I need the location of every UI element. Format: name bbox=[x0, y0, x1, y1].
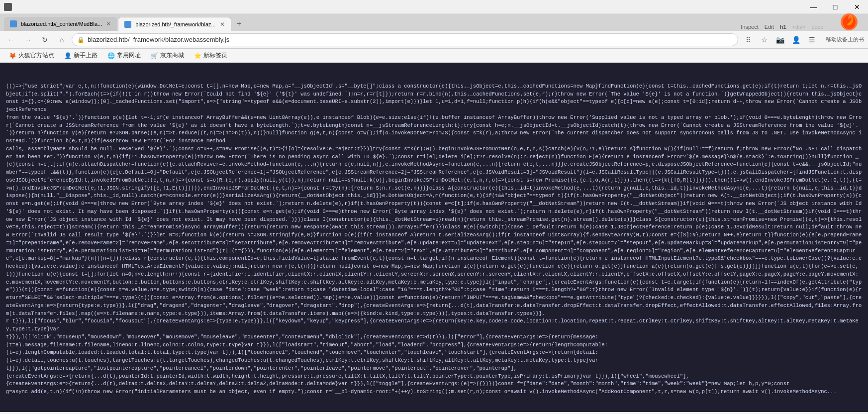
screenshot-button[interactable]: 📷 bbox=[773, 33, 787, 47]
refresh-button[interactable]: ↻ bbox=[38, 33, 52, 47]
minimize-button[interactable]: — bbox=[802, 0, 824, 14]
address-text: blazorized.htb/_framework/blazor.webasse… bbox=[88, 36, 229, 43]
inspector-toolbar: Inspect Edit h1 <div> decor bbox=[247, 23, 833, 31]
navigation-bar: ← → ↻ ⌂ 🔒 blazorized.htb/_framework/blaz… bbox=[0, 31, 868, 49]
inspector-edit[interactable]: Edit bbox=[762, 23, 777, 31]
bookmark2-icon: 👤 bbox=[64, 52, 72, 59]
tab2-label: blazorized.htb/_framework/blaz... bbox=[135, 21, 215, 27]
lock-icon: 🔒 bbox=[77, 36, 85, 43]
bookmark4-label: 京东商城 bbox=[160, 51, 184, 60]
mobile-bookmark-label: 移动设备上的书 bbox=[826, 36, 864, 43]
new-tab-button[interactable]: + bbox=[232, 17, 246, 31]
account-button[interactable]: 👤 bbox=[789, 33, 803, 47]
inspector-text[interactable]: decor bbox=[808, 23, 828, 31]
browser-tab-2[interactable]: blazorized.htb/_framework/blaz... ✕ bbox=[118, 17, 231, 31]
back-button[interactable]: ← bbox=[4, 33, 18, 47]
forward-button[interactable]: → bbox=[21, 33, 35, 47]
bookmark4-icon: 🛒 bbox=[151, 52, 158, 59]
tab2-close-icon[interactable]: ✕ bbox=[220, 21, 225, 28]
browser-tab-1[interactable]: blazorized.htb/_content/MudBla... ✕ bbox=[4, 17, 117, 31]
bookmark1-label: 火狐官方站点 bbox=[18, 51, 54, 60]
title-bar-left bbox=[4, 3, 12, 11]
firefox-logo-area bbox=[834, 13, 864, 31]
bookmark-star-button[interactable]: ☆ bbox=[757, 33, 771, 47]
nav-actions: ⠿ ☆ 📷 👤 ☰ bbox=[741, 33, 819, 47]
tab1-label: blazorized.htb/_content/MudBla... bbox=[21, 21, 102, 27]
bookmark1-icon: 🦊 bbox=[9, 52, 16, 59]
extensions-button[interactable]: ⠿ bbox=[741, 33, 755, 47]
inspector-inspect[interactable]: Inspect bbox=[738, 23, 761, 31]
bookmark5-icon: ⭐ bbox=[194, 52, 201, 59]
windows-title-bar: — □ ✕ bbox=[0, 0, 868, 14]
browser-tabs-bar: blazorized.htb/_content/MudBla... ✕ blaz… bbox=[0, 14, 868, 31]
close-button[interactable]: ✕ bbox=[846, 0, 868, 14]
code-content-area: (()=>{"use strict";var e,t,n;!function(e… bbox=[0, 63, 868, 412]
tab1-close-icon[interactable]: ✕ bbox=[106, 20, 111, 27]
bookmark-5[interactable]: ⭐ 新标签页 bbox=[190, 50, 231, 61]
bookmark2-label: 新手上路 bbox=[74, 51, 97, 60]
bookmarks-bar: 🦊 火狐官方站点 👤 新手上路 🌐 常用网址 🛒 京东商城 ⭐ 新标签页 bbox=[0, 49, 868, 63]
maximize-button[interactable]: □ bbox=[824, 0, 846, 14]
bookmark-3[interactable]: 🌐 常用网址 bbox=[103, 50, 145, 61]
title-bar-controls[interactable]: — □ ✕ bbox=[802, 0, 868, 14]
address-bar[interactable]: 🔒 blazorized.htb/_framework/blazor.webas… bbox=[72, 33, 738, 46]
browser-icon bbox=[4, 3, 12, 11]
tab1-favicon bbox=[10, 20, 17, 27]
bookmark3-label: 常用网址 bbox=[117, 51, 141, 60]
bookmark-1[interactable]: 🦊 火狐官方站点 bbox=[5, 50, 58, 61]
menu-button[interactable]: ☰ bbox=[805, 33, 819, 47]
inspector-div[interactable]: <div> bbox=[789, 23, 809, 31]
inspector-h1[interactable]: h1 bbox=[777, 23, 789, 31]
bookmark5-label: 新标签页 bbox=[203, 51, 227, 60]
home-button[interactable]: ⌂ bbox=[55, 33, 69, 47]
firefox-logo-icon bbox=[840, 13, 858, 31]
bookmark-2[interactable]: 👤 新手上路 bbox=[60, 50, 101, 61]
code-text: (()=>{"use strict";var e,t,n;!function(e… bbox=[6, 83, 862, 396]
bookmark3-icon: 🌐 bbox=[107, 52, 115, 59]
bookmark-4[interactable]: 🛒 京东商城 bbox=[147, 50, 188, 61]
tab2-favicon bbox=[124, 21, 131, 28]
